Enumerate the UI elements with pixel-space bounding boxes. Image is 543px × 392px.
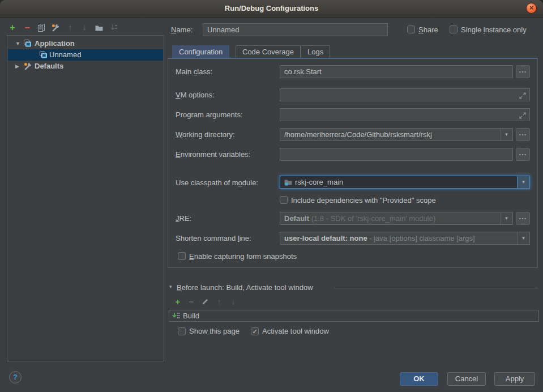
dropdown-arrow-icon[interactable]: ▼	[517, 232, 529, 244]
tree-item-application[interactable]: ▼ Application	[8, 38, 163, 49]
jre-combobox[interactable]: Default (1.8 - SDK of 'rskj-core_main' m…	[280, 212, 513, 225]
environment-variables-label: Environment variables:	[176, 150, 250, 159]
use-classpath-label: Use classpath of module:	[176, 178, 258, 187]
main-class-label: Main class:	[176, 67, 212, 76]
remove-task-button[interactable]: −	[187, 297, 196, 306]
chevron-collapsed-icon[interactable]: ▶	[15, 61, 19, 72]
enable-capturing-label: Enable capturing form snapshots	[189, 252, 297, 261]
main-class-input[interactable]: co.rsk.Start	[280, 65, 513, 78]
program-arguments-input[interactable]	[280, 108, 530, 121]
ok-button[interactable]: OK	[400, 372, 438, 386]
show-this-page-label: Show this page	[189, 327, 240, 335]
task-label: Build	[183, 310, 199, 321]
title-bar[interactable]: Run/Debug Configurations ×	[0, 0, 543, 18]
before-launch-title: Before launch: Build, Activate tool wind…	[177, 283, 313, 292]
vm-options-label: VM options:	[176, 91, 215, 99]
environment-variables-browse-button[interactable]: ...	[516, 148, 530, 161]
build-icon	[172, 312, 181, 323]
environment-variables-input[interactable]	[280, 148, 513, 161]
chevron-expanded-icon[interactable]: ▼	[15, 38, 20, 49]
remove-configuration-button[interactable]: −	[22, 23, 32, 33]
tab-logs[interactable]: Logs	[301, 45, 330, 58]
edit-defaults-wrench-icon[interactable]	[50, 23, 61, 33]
working-directory-label: Working directory:	[176, 130, 235, 139]
configurations-tree: ▼ Application Unnamed ▶ Defaults	[7, 35, 164, 361]
tab-configuration[interactable]: Configuration	[172, 45, 229, 58]
show-this-page-checkbox[interactable]	[178, 327, 186, 335]
working-directory-combobox[interactable]: /home/meriherrera/Code/Github/rsksmart/r…	[280, 128, 513, 141]
single-instance-checkbox[interactable]	[450, 25, 458, 33]
expand-field-icon[interactable]	[519, 111, 527, 121]
move-up-icon[interactable]: ↑	[65, 23, 75, 33]
jre-label: JRE:	[176, 214, 191, 223]
include-dependencies-label: Include dependencies with "Provided" sco…	[291, 196, 436, 204]
working-directory-browse-button[interactable]: ...	[516, 128, 530, 141]
dropdown-arrow-icon[interactable]: ▼	[500, 212, 512, 224]
section-divider	[334, 288, 538, 288]
tree-item-label: Unnamed	[49, 49, 81, 61]
check-icon: ✓	[252, 328, 257, 335]
edit-task-pencil-icon[interactable]	[200, 298, 209, 307]
activate-tool-window-checkbox[interactable]: ✓	[251, 327, 259, 335]
module-icon	[284, 178, 293, 189]
move-task-up-icon[interactable]: ↑	[215, 297, 224, 306]
include-dependencies-checkbox[interactable]	[280, 196, 288, 204]
tree-item-label: Defaults	[35, 61, 63, 72]
section-collapse-icon[interactable]: ▾	[169, 284, 172, 289]
apply-button[interactable]: Apply	[494, 372, 535, 386]
activate-tool-window-label: Activate tool window	[262, 327, 329, 335]
run-debug-configurations-dialog: Run/Debug Configurations × + − ↑ ↓ ▼ App…	[0, 0, 543, 392]
use-classpath-combobox[interactable]: rskj-core_main ▼	[280, 176, 530, 189]
wrench-icon	[23, 62, 32, 71]
shorten-command-line-label: Shorten command line:	[176, 234, 251, 242]
name-label: Name:	[171, 25, 193, 34]
tree-item-unnamed-selected[interactable]: Unnamed	[8, 49, 163, 61]
move-down-icon[interactable]: ↓	[79, 23, 89, 33]
expand-field-icon[interactable]	[519, 91, 527, 101]
shorten-command-line-combobox[interactable]: user-local default: none - java [options…	[280, 232, 530, 245]
enable-capturing-checkbox[interactable]	[178, 252, 186, 260]
share-checkbox[interactable]	[407, 25, 415, 33]
question-icon: ?	[13, 373, 18, 381]
dropdown-arrow-icon[interactable]: ▼	[500, 129, 512, 140]
add-configuration-button[interactable]: +	[7, 23, 18, 33]
program-arguments-label: Program arguments:	[176, 110, 243, 119]
application-icon	[39, 50, 48, 59]
move-task-down-icon[interactable]: ↓	[229, 297, 238, 306]
tab-code-coverage[interactable]: Code Coverage	[236, 45, 301, 58]
window-title: Run/Debug Configurations	[0, 4, 543, 12]
single-instance-label: Single instance only	[461, 25, 527, 34]
cancel-button[interactable]: Cancel	[447, 372, 486, 386]
close-button[interactable]: ×	[526, 3, 537, 14]
vm-options-input[interactable]	[280, 88, 530, 101]
dropdown-arrow-icon[interactable]: ▼	[517, 176, 529, 188]
tree-item-label: Application	[35, 38, 75, 49]
sort-configurations-icon[interactable]	[109, 23, 119, 33]
jre-browse-button[interactable]: ...	[516, 212, 530, 225]
name-input[interactable]: Unnamed	[203, 23, 388, 36]
tree-item-defaults[interactable]: ▶ Defaults	[8, 61, 163, 72]
application-icon	[23, 39, 32, 48]
create-folder-icon[interactable]	[94, 23, 104, 33]
add-task-button[interactable]: +	[173, 297, 182, 306]
before-launch-task-list[interactable]: Build	[169, 310, 539, 322]
share-label: Share	[418, 25, 438, 34]
close-icon: ×	[529, 4, 533, 12]
help-button[interactable]: ?	[9, 371, 22, 384]
main-class-browse-button[interactable]: ...	[516, 65, 530, 78]
copy-configuration-icon[interactable]	[36, 23, 46, 33]
